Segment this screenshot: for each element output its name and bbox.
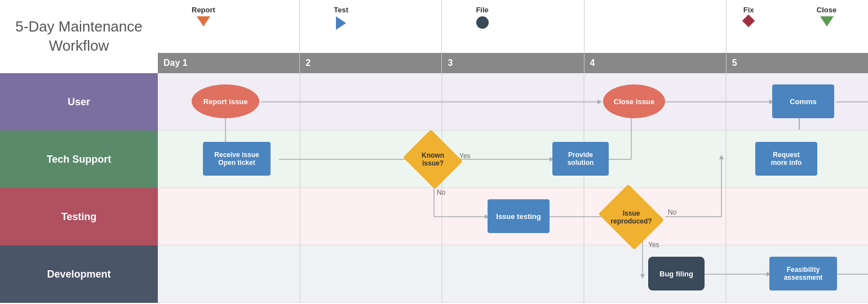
milestone-fix: Fix [743, 6, 754, 25]
lane-label-user: User [0, 73, 158, 131]
content-area: Day 1 Report 2 Test 3 [158, 0, 868, 304]
node-report-issue: Report issue [192, 84, 259, 118]
milestone-file-label: File [476, 6, 488, 14]
node-known-issue: Known issue? [410, 140, 455, 179]
lane-label-development: Development [0, 245, 158, 303]
day-col-4: 4 [584, 0, 727, 73]
title-header: 5-Day Maintenance Workflow [0, 0, 158, 73]
node-bug-filing: Bug filing [648, 257, 705, 290]
lane-user-row [158, 73, 868, 131]
day-col-1: Day 1 Report [158, 0, 300, 73]
day-col-2: 2 Test [300, 0, 442, 73]
node-comms: Comms [772, 84, 834, 118]
node-receive-issue: Receive issue Open ticket [203, 142, 271, 176]
milestone-fix-label: Fix [743, 6, 754, 14]
milestone-file: File [476, 6, 488, 29]
flow-label-yes1: Yes [459, 152, 471, 160]
flow-label-yes2: Yes [648, 241, 659, 249]
node-request-more-info: Request more info [755, 142, 817, 176]
page-title: 5-Day Maintenance Workflow [6, 17, 152, 56]
lanes-container: Report issue Close issue Comms Close iss… [158, 73, 868, 304]
flow-label-no2: No [668, 208, 676, 216]
node-issue-reproduced: Issue reproduced? [606, 196, 657, 238]
node-close-issue-1: Close issue [603, 84, 665, 118]
day-col-3: 3 File [442, 0, 584, 73]
close-icon [820, 16, 834, 26]
lane-label-testing: Testing [0, 188, 158, 245]
day-5-label: 5 [727, 53, 868, 73]
milestone-test-label: Test [334, 6, 348, 14]
milestone-close-label: Close [817, 6, 836, 14]
day-col-5: 5 Fix Close [727, 0, 868, 73]
node-issue-testing: Issue testing [488, 199, 550, 233]
milestone-report: Report [192, 6, 215, 26]
title-area: 5-Day Maintenance Workflow User Tech Sup… [0, 0, 158, 304]
day-header: Day 1 Report 2 Test 3 [158, 0, 868, 73]
lane-development-row [158, 245, 868, 303]
node-feasibility: Feasibility assessment [769, 257, 837, 290]
day-2-label: 2 [300, 53, 441, 73]
lane-label-techsupport: Tech Support [0, 131, 158, 188]
file-icon [476, 16, 489, 29]
milestone-test: Test [334, 6, 348, 30]
report-icon [197, 16, 210, 26]
day-3-label: 3 [442, 53, 583, 73]
milestone-report-label: Report [192, 6, 215, 14]
milestone-close: Close [817, 6, 836, 26]
test-icon [336, 16, 346, 30]
node-provide-solution: Provide solution [552, 142, 609, 176]
day-4-label: 4 [584, 53, 726, 73]
fix-icon [742, 15, 755, 28]
day-1-label: Day 1 [158, 53, 299, 73]
flow-label-no1: No [437, 189, 445, 196]
main-container: 5-Day Maintenance Workflow User Tech Sup… [0, 0, 868, 304]
